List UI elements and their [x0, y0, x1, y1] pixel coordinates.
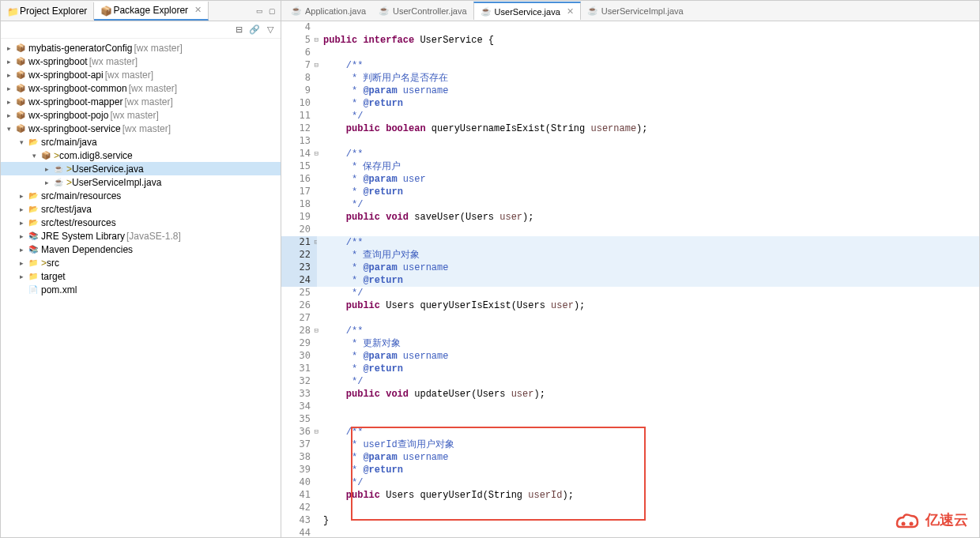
code-line[interactable]: /**: [317, 148, 979, 160]
tree-item-src[interactable]: ▸📁> src: [1, 256, 281, 269]
code-line[interactable]: * @param username: [317, 261, 979, 274]
code-line[interactable]: * @return: [317, 363, 979, 375]
tree-item-wx-springboot-api[interactable]: ▸📦wx-springboot-api [wx master]: [1, 68, 281, 81]
expand-icon[interactable]: ▸: [4, 57, 13, 66]
code-line[interactable]: */: [317, 110, 979, 122]
close-icon[interactable]: ✕: [194, 5, 202, 15]
code-line[interactable]: [317, 413, 979, 426]
tree-item-pom-xml[interactable]: 📄pom.xml: [1, 283, 281, 296]
code-line[interactable]: * 更新对象: [317, 337, 979, 350]
code-line[interactable]: [317, 224, 979, 236]
expand-icon[interactable]: ▾: [17, 137, 26, 147]
code-line[interactable]: */: [317, 375, 979, 388]
tree-item-target[interactable]: ▸📁target: [1, 269, 281, 283]
expand-icon[interactable]: ▸: [17, 218, 26, 228]
project-tree[interactable]: ▸📦mybatis-generatorConfig [wx master]▸📦w…: [1, 39, 281, 537]
close-icon[interactable]: ✕: [567, 6, 574, 17]
code-line[interactable]: * 保存用户: [317, 160, 979, 173]
tree-item-userserviceimpl-java[interactable]: ▸☕> UserServiceImpl.java: [1, 175, 281, 189]
code-line[interactable]: * @return: [317, 274, 979, 287]
tree-item-wx-springboot-service[interactable]: ▾📦wx-springboot-service [wx master]: [1, 122, 281, 135]
code-line[interactable]: /**: [317, 325, 979, 337]
code-line[interactable]: */: [317, 198, 979, 211]
expand-icon[interactable]: ▸: [17, 258, 26, 268]
editor-tab-userserviceimpl-java[interactable]: ☕UserServiceImpl.java: [581, 2, 690, 19]
tree-item-src-test-resources[interactable]: ▸📂src/test/resources: [1, 216, 281, 229]
code-line[interactable]: [317, 21, 979, 34]
code-line[interactable]: [317, 312, 979, 325]
node-icon: 📦: [15, 96, 26, 107]
tree-item-wx-springboot-common[interactable]: ▸📦wx-springboot-common [wx master]: [1, 81, 281, 95]
code-line[interactable]: * 判断用户名是否存在: [317, 72, 979, 85]
expand-icon[interactable]: ▸: [4, 43, 13, 53]
code-line[interactable]: public Users queryUserId(String userId);: [317, 489, 979, 502]
gutter-line: 29: [281, 337, 317, 350]
expand-icon[interactable]: ▸: [4, 70, 13, 80]
code-line[interactable]: * 查询用户对象: [317, 249, 979, 261]
code-line[interactable]: public interface UserService {: [317, 34, 979, 47]
code-line[interactable]: public void updateUser(Users user);: [317, 388, 979, 401]
expand-icon[interactable]: ▸: [17, 231, 26, 241]
code-line[interactable]: */: [317, 287, 979, 299]
tree-item-maven-dependencies[interactable]: ▸📚Maven Dependencies: [1, 243, 281, 256]
code-line[interactable]: * @param username: [317, 451, 979, 464]
node-icon: 📦: [15, 56, 26, 67]
tree-item-wx-springboot-pojo[interactable]: ▸📦wx-springboot-pojo [wx master]: [1, 108, 281, 122]
tree-item-src-main-java[interactable]: ▾📂src/main/java: [1, 135, 281, 149]
code-line[interactable]: [317, 47, 979, 59]
code-line[interactable]: /**: [317, 426, 979, 438]
code-line[interactable]: * @return: [317, 186, 979, 198]
tree-item-src-main-resources[interactable]: ▸📂src/main/resources: [1, 189, 281, 202]
tab-filename: UserController.java: [393, 6, 467, 16]
code-line[interactable]: * @return: [317, 464, 979, 476]
code-line[interactable]: }: [317, 514, 979, 527]
expand-icon[interactable]: ▸: [4, 111, 13, 120]
tree-item-userservice-java[interactable]: ▸☕> UserService.java: [1, 162, 281, 175]
tree-item-src-test-java[interactable]: ▸📂src/test/java: [1, 202, 281, 216]
code-line[interactable]: /**: [317, 59, 979, 72]
maximize-icon[interactable]: ▢: [266, 6, 277, 17]
code-line[interactable]: public void saveUser(Users user);: [317, 211, 979, 224]
code-editor[interactable]: 4567891011121314151617181920212223242526…: [281, 21, 979, 537]
collapse-all-icon[interactable]: ⊟: [233, 24, 244, 36]
view-menu-icon[interactable]: ▽: [265, 24, 276, 36]
expand-icon[interactable]: ▸: [17, 272, 26, 281]
code-line[interactable]: * @param user: [317, 173, 979, 186]
tree-item-jre-system-library[interactable]: ▸📚JRE System Library [JavaSE-1.8]: [1, 229, 281, 243]
code-line[interactable]: * @param username: [317, 350, 979, 363]
code-line[interactable]: * @param username: [317, 85, 979, 97]
code-line[interactable]: * userId查询用户对象: [317, 438, 979, 451]
code-line[interactable]: [317, 401, 979, 413]
code-line[interactable]: [317, 502, 979, 514]
tree-item-com-idig8-service[interactable]: ▾📦> com.idig8.service: [1, 149, 281, 162]
expand-icon[interactable]: [17, 285, 26, 295]
expand-icon[interactable]: ▸: [17, 191, 26, 201]
link-editor-icon[interactable]: 🔗: [249, 24, 260, 36]
expand-icon[interactable]: ▸: [17, 205, 26, 214]
editor-tab-usercontroller-java[interactable]: ☕UserController.java: [372, 2, 473, 19]
tab-project-explorer[interactable]: 📁 Project Explorer: [1, 2, 94, 20]
expand-icon[interactable]: ▸: [42, 164, 51, 174]
tree-item-wx-springboot-mapper[interactable]: ▸📦wx-springboot-mapper [wx master]: [1, 95, 281, 108]
expand-icon[interactable]: ▾: [4, 124, 13, 134]
expand-icon[interactable]: ▸: [4, 84, 13, 93]
editor-tab-userservice-java[interactable]: ☕UserService.java✕: [473, 2, 581, 20]
code-line[interactable]: [317, 527, 979, 537]
tree-item-wx-springboot[interactable]: ▸📦wx-springboot [wx master]: [1, 55, 281, 68]
code-line[interactable]: */: [317, 476, 979, 489]
tree-item-mybatis-generatorconfig[interactable]: ▸📦mybatis-generatorConfig [wx master]: [1, 41, 281, 55]
expand-icon[interactable]: ▸: [4, 97, 13, 107]
minimize-icon[interactable]: ▭: [254, 6, 265, 17]
code-line[interactable]: public boolean queryUsernameIsExist(Stri…: [317, 122, 979, 135]
expand-icon[interactable]: ▾: [29, 151, 39, 160]
explorer-tabs-bar: 📁 Project Explorer 📦 Package Explorer ✕ …: [1, 1, 281, 21]
code-line[interactable]: /**: [317, 236, 979, 249]
tab-package-explorer[interactable]: 📦 Package Explorer ✕: [94, 2, 209, 21]
code-line[interactable]: [317, 135, 979, 148]
code-line[interactable]: * @return: [317, 97, 979, 110]
editor-tab-application-java[interactable]: ☕Application.java: [285, 2, 372, 19]
expand-icon[interactable]: ▸: [17, 245, 26, 254]
code-line[interactable]: public Users queryUserIsExist(Users user…: [317, 299, 979, 312]
code-body[interactable]: public interface UserService { /** * 判断用…: [317, 21, 979, 537]
expand-icon[interactable]: ▸: [42, 178, 51, 187]
